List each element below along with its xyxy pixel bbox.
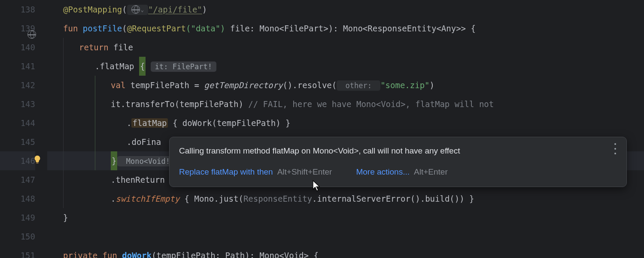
line-number: 146 <box>0 151 35 170</box>
more-options-button[interactable] <box>611 143 620 154</box>
quick-fix-link[interactable]: Replace flatMap with then <box>179 166 273 178</box>
code-line: return file <box>47 38 644 57</box>
inspection-tooltip: Calling transform method flatMap on Mono… <box>169 137 627 187</box>
line-number: 149 <box>0 208 35 227</box>
line-number: 143 <box>0 95 35 114</box>
line-number: 144 <box>0 114 35 132</box>
shortcut-hint: Alt+Enter <box>414 166 448 178</box>
chevron-down-icon: ⌄ <box>141 7 144 13</box>
code-line: it.transferTo(tempFilePath) // FAIL, her… <box>47 95 644 114</box>
line-number: 138 <box>0 0 35 19</box>
code-line: .switchIfEmpty { Mono.just(ResponseEntit… <box>47 189 644 208</box>
code-line: } <box>47 208 644 227</box>
fold-chevron-icon[interactable]: › <box>39 252 42 258</box>
code-line: @PostMapping(⌄"/api/file") <box>47 0 644 19</box>
intention-bulb-icon[interactable] <box>33 152 42 161</box>
line-number: 147 <box>0 170 35 189</box>
code-area[interactable]: @PostMapping(⌄"/api/file") fun postFile(… <box>47 0 644 258</box>
endpoint-gutter-icon[interactable] <box>27 25 36 44</box>
line-number: 141 <box>0 57 35 76</box>
globe-icon <box>27 30 36 39</box>
globe-icon <box>131 5 140 14</box>
tooltip-message: Calling transform method flatMap on Mono… <box>179 145 617 157</box>
code-line: val tempFilePath = getTempDirectory().re… <box>47 76 644 95</box>
svg-rect-0 <box>36 163 39 163</box>
code-line <box>47 227 644 246</box>
code-line: private fun doWork(tempFilePath: Path): … <box>47 246 644 258</box>
kebab-icon <box>614 143 616 145</box>
code-line: .flatMap { it: FilePart! <box>47 57 644 76</box>
gutter: 138 139 140 141 142 143 144 145 146 147 … <box>0 0 47 258</box>
shortcut-hint: Alt+Shift+Enter <box>277 166 332 178</box>
line-number: 150 <box>0 227 35 246</box>
line-number: 142 <box>0 76 35 95</box>
code-line: .flatMap { doWork(tempFilePath) } <box>47 114 644 132</box>
line-number: 145 <box>0 132 35 151</box>
line-number: 151 <box>0 246 35 258</box>
code-line: fun postFile(@RequestPart("data") file: … <box>47 19 644 38</box>
lightbulb-icon <box>33 155 42 164</box>
code-editor[interactable]: 138 139 140 141 142 143 144 145 146 147 … <box>0 0 644 258</box>
more-actions-link[interactable]: More actions... <box>356 166 410 178</box>
inlay-hint: other: <box>337 80 380 91</box>
inlay-hint: it: FilePart! <box>151 61 216 72</box>
line-number: 148 <box>0 189 35 208</box>
